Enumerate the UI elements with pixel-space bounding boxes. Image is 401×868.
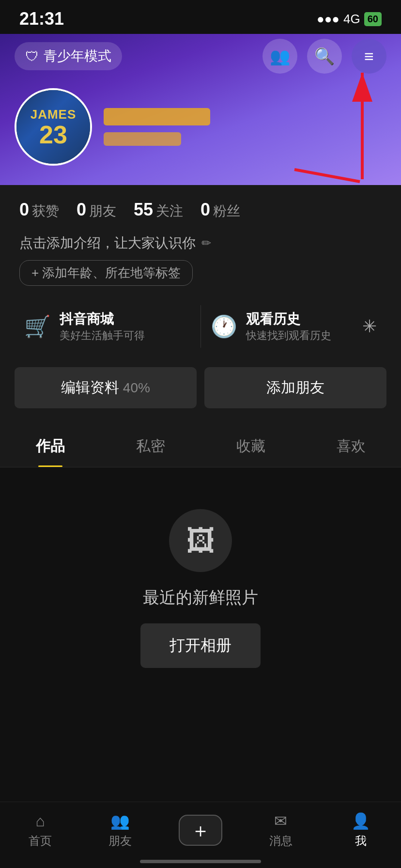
shield-icon: 🛡: [25, 48, 39, 64]
shop-sub: 美好生活触手可得: [60, 328, 145, 343]
stat-fans[interactable]: 0 粉丝: [200, 200, 240, 220]
edit-profile-label: 编辑资料: [61, 379, 119, 395]
status-time: 21:31: [19, 9, 64, 29]
nav-create[interactable]: ＋: [160, 815, 241, 846]
add-tag-button[interactable]: + 添加年龄、所在地等标签: [19, 260, 193, 286]
history-text: 观看历史 快速找到观看历史: [246, 310, 331, 343]
header-background: 🛡 青少年模式 👥 🔍 ≡ JAMES 23: [0, 34, 401, 185]
nav-me[interactable]: 👤 我: [321, 812, 401, 849]
stat-likes[interactable]: 0 获赞: [19, 200, 59, 220]
friends-label: 朋友: [89, 202, 116, 220]
shop-text: 抖音商城 美好生活触手可得: [60, 310, 145, 343]
username-area: [104, 108, 386, 146]
friends-nav-icon: 👥: [110, 812, 130, 830]
content-area: 🖼 最近的新鲜照片 打开相册: [0, 467, 401, 710]
add-friend-label: 添加朋友: [266, 379, 324, 395]
search-icon: 🔍: [314, 46, 335, 66]
me-icon: 👤: [351, 812, 370, 830]
action-buttons: 编辑资料 40% 添加朋友: [0, 357, 401, 423]
shop-icon: 🛒: [24, 314, 51, 339]
stats-section: 0 获赞 0 朋友 55 关注 0 粉丝: [0, 185, 401, 229]
profile-section: JAMES 23: [0, 83, 401, 185]
youth-mode-button[interactable]: 🛡 青少年模式: [15, 42, 122, 70]
following-label: 关注: [156, 202, 183, 220]
plus-icon: ＋: [191, 817, 210, 844]
add-tag-label: + 添加年龄、所在地等标签: [31, 264, 181, 281]
photo-icon-wrap: 🖼: [169, 509, 232, 572]
home-icon: ⌂: [35, 812, 45, 830]
nav-friends[interactable]: 👥 朋友: [80, 812, 161, 849]
nav-messages[interactable]: ✉ 消息: [241, 812, 321, 849]
avatar-inner: JAMES 23: [16, 90, 90, 164]
edit-icon: ✏: [201, 236, 211, 250]
menu-icon-button[interactable]: ≡: [352, 39, 386, 74]
home-indicator: [140, 860, 261, 863]
youth-mode-label: 青少年模式: [44, 47, 111, 65]
history-icon: 🕐: [211, 314, 237, 339]
avatar[interactable]: JAMES 23: [15, 88, 92, 166]
nav-home[interactable]: ⌂ 首页: [0, 812, 80, 849]
create-button[interactable]: ＋: [179, 815, 222, 846]
jersey-text: JAMES: [31, 107, 77, 122]
friends-count: 0: [77, 200, 86, 220]
top-nav: 🛡 青少年模式 👥 🔍 ≡: [0, 34, 401, 83]
tab-collections[interactable]: 收藏: [200, 423, 301, 467]
tabs-section: 作品 私密 收藏 喜欢: [0, 423, 401, 467]
tab-collections-label: 收藏: [236, 438, 265, 454]
bio-text[interactable]: 点击添加介绍，让大家认识你 ✏: [19, 234, 382, 252]
home-label: 首页: [29, 833, 52, 849]
stat-friends[interactable]: 0 朋友: [77, 200, 116, 220]
following-count: 55: [134, 200, 153, 220]
fans-label: 粉丝: [213, 202, 240, 220]
stat-following[interactable]: 55 关注: [134, 200, 183, 220]
shop-title: 抖音商城: [60, 310, 145, 328]
signal-icon: ●●●: [317, 12, 339, 27]
star-icon: ✳: [362, 316, 377, 337]
add-friend-button[interactable]: 添加朋友: [204, 367, 386, 408]
battery-icon: 60: [364, 12, 382, 26]
edit-profile-button[interactable]: 编辑资料 40%: [15, 367, 197, 408]
quick-link-history[interactable]: 🕐 观看历史 快速找到观看历史 ✳: [200, 305, 387, 348]
empty-state-title: 最近的新鲜照片: [143, 587, 258, 609]
open-album-button[interactable]: 打开相册: [140, 623, 261, 668]
tab-works-label: 作品: [36, 438, 65, 454]
history-title: 观看历史: [246, 310, 331, 328]
friends-icon-button[interactable]: 👥: [262, 39, 297, 74]
tab-likes[interactable]: 喜欢: [301, 423, 401, 467]
search-icon-button[interactable]: 🔍: [307, 39, 342, 74]
bottom-nav: ⌂ 首页 👥 朋友 ＋ ✉ 消息 👤 我: [0, 802, 401, 868]
status-icons: ●●● 4G 60: [317, 12, 382, 27]
profile-percent: 40%: [119, 380, 150, 395]
likes-count: 0: [19, 200, 29, 220]
jersey-number: 23: [39, 122, 67, 147]
quick-link-shop[interactable]: 🛒 抖音商城 美好生活触手可得: [15, 305, 200, 348]
nav-icons: 👥 🔍 ≡: [262, 39, 386, 74]
tab-private[interactable]: 私密: [100, 423, 200, 467]
network-type: 4G: [343, 12, 360, 27]
messages-icon: ✉: [274, 812, 287, 830]
open-album-label: 打开相册: [170, 636, 231, 654]
status-bar: 21:31 ●●● 4G 60: [0, 0, 401, 34]
friends-icon: 👥: [270, 46, 290, 66]
likes-label: 获赞: [32, 202, 59, 220]
tab-works[interactable]: 作品: [0, 423, 100, 467]
fans-count: 0: [200, 200, 210, 220]
username-blur-2: [104, 132, 181, 146]
friends-nav-label: 朋友: [108, 833, 132, 849]
quick-links: 🛒 抖音商城 美好生活触手可得 🕐 观看历史 快速找到观看历史 ✳: [0, 295, 401, 357]
bio-placeholder: 点击添加介绍，让大家认识你: [19, 234, 196, 252]
history-sub: 快速找到观看历史: [246, 328, 331, 343]
bio-section: 点击添加介绍，让大家认识你 ✏ + 添加年龄、所在地等标签: [0, 229, 401, 295]
me-label: 我: [355, 833, 367, 849]
menu-icon: ≡: [364, 47, 374, 66]
tab-private-label: 私密: [136, 438, 165, 454]
username-blur-1: [104, 108, 210, 125]
messages-label: 消息: [269, 833, 293, 849]
photo-icon: 🖼: [186, 524, 215, 558]
tab-likes-label: 喜欢: [337, 438, 366, 454]
